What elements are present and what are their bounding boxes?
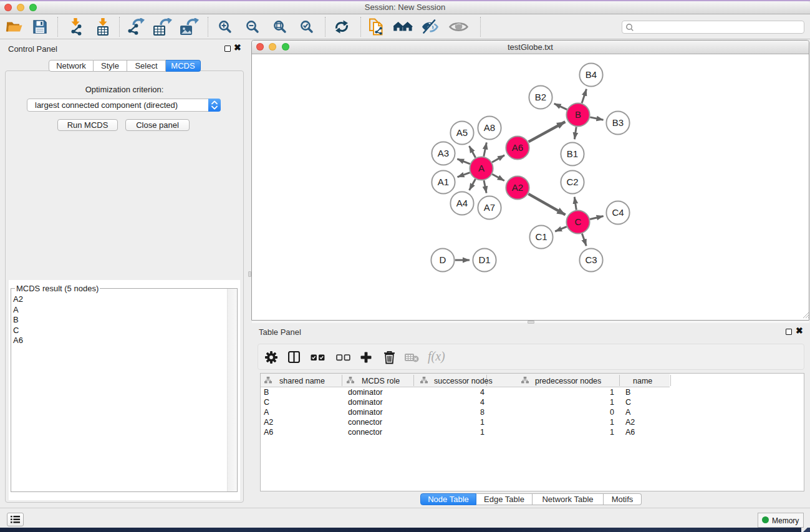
svg-text:A6: A6 [512,142,523,153]
svg-text:B: B [575,109,581,120]
svg-text:A5: A5 [456,127,468,138]
svg-text:C3: C3 [585,254,597,265]
svg-text:A7: A7 [484,202,495,213]
svg-text:A4: A4 [456,198,468,208]
svg-text:D: D [440,254,446,265]
svg-text:A3: A3 [438,148,449,158]
svg-text:B1: B1 [567,148,578,159]
svg-text:C: C [575,216,582,227]
svg-text:A2: A2 [512,182,523,193]
svg-text:A8: A8 [484,122,495,133]
svg-text:B2: B2 [535,92,546,102]
svg-text:A1: A1 [438,177,449,187]
svg-text:B4: B4 [586,69,597,80]
svg-text:C1: C1 [535,231,547,242]
svg-text:A: A [478,163,485,173]
svg-text:C2: C2 [566,177,578,187]
svg-text:B3: B3 [612,117,624,128]
svg-text:C4: C4 [612,207,624,218]
svg-text:D1: D1 [478,254,490,265]
